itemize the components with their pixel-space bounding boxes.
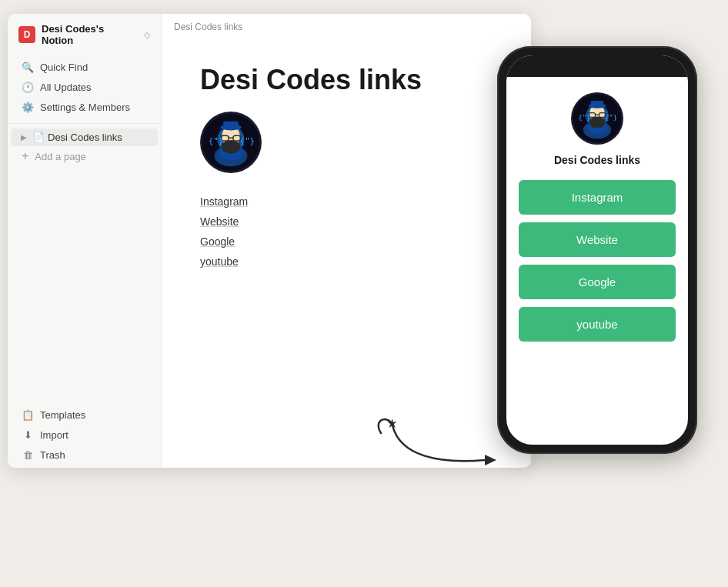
chevron-icon: ◇ [144, 30, 150, 40]
phone-btn-google[interactable]: Google [519, 265, 676, 299]
phone-content: {"} {"} Desi Codes links Instagram Websi… [506, 77, 688, 357]
clock-icon: 🕐 [22, 81, 34, 93]
svg-text:{"}: {"} [578, 114, 590, 122]
link-list: Instagram Website Google youtube [200, 192, 493, 272]
page-item-label: Desi Codes links [48, 132, 122, 143]
arrow-annotation [377, 410, 531, 487]
phone-screen: {"} {"} Desi Codes links Instagram Websi… [506, 55, 688, 445]
workspace-name: Desi Codes's Notion [42, 23, 138, 46]
phone-btn-instagram[interactable]: Instagram [519, 180, 676, 215]
link-item-youtube[interactable]: youtube [200, 252, 493, 272]
sidebar-item-label: Trash [40, 449, 65, 461]
expand-icon: ▶ [18, 132, 29, 143]
sidebar-nav: 🔍 Quick Find 🕐 All Updates ⚙️ Settings &… [8, 55, 161, 118]
sidebar-item-all-updates[interactable]: 🕐 All Updates [11, 77, 158, 97]
main-content: Desi Codes links Desi Codes links [162, 14, 531, 468]
page-icon: 📄 [32, 132, 45, 143]
templates-icon: 📋 [22, 409, 34, 421]
phone-page-title: Desi Codes links [554, 154, 640, 166]
link-item-google[interactable]: Google [200, 232, 493, 252]
sidebar-item-trash[interactable]: 🗑 Trash [11, 445, 158, 465]
import-icon: ⬇ [22, 429, 34, 441]
page-body: Desi Codes links [162, 40, 531, 468]
phone-btn-youtube[interactable]: youtube [519, 307, 676, 342]
sidebar-item-label: All Updates [40, 82, 91, 93]
svg-rect-25 [591, 101, 604, 107]
page-avatar: {"} {"} [200, 112, 262, 173]
phone-links: Instagram Website Google youtube [519, 180, 676, 342]
add-page-label: Add a page [35, 151, 86, 162]
svg-text:{"}: {"} [605, 114, 617, 122]
sidebar-item-quick-find[interactable]: 🔍 Quick Find [11, 57, 158, 77]
divider [8, 123, 161, 124]
phone-avatar: {"} {"} [571, 92, 623, 145]
workspace-header[interactable]: D Desi Codes's Notion ◇ [8, 14, 161, 55]
phone-notch [506, 55, 688, 77]
sidebar-item-label: Import [40, 429, 68, 441]
notch-cutout [566, 63, 628, 77]
svg-text:{"}: {"} [209, 136, 223, 146]
svg-point-18 [589, 117, 605, 128]
trash-icon: 🗑 [22, 449, 34, 461]
add-page-button[interactable]: + Add a page [11, 146, 158, 166]
workspace-icon: D [18, 26, 35, 43]
svg-text:{"}: {"} [240, 136, 255, 146]
svg-marker-26 [485, 455, 496, 465]
sidebar-item-label: Quick Find [40, 62, 88, 73]
sidebar-item-label: Templates [40, 409, 85, 421]
svg-point-5 [221, 140, 240, 154]
plus-icon: + [22, 149, 28, 163]
sidebar-bottom: 📋 Templates ⬇ Import 🗑 Trash [8, 402, 161, 468]
sidebar-item-templates[interactable]: 📋 Templates [11, 405, 158, 425]
link-item-instagram[interactable]: Instagram [200, 192, 493, 212]
link-item-website[interactable]: Website [200, 212, 493, 232]
phone-btn-website[interactable]: Website [519, 222, 676, 257]
gear-icon: ⚙️ [22, 101, 34, 113]
sidebar-page-item-desi-codes[interactable]: ▶ 📄 Desi Codes links [11, 128, 158, 146]
sidebar: D Desi Codes's Notion ◇ 🔍 Quick Find 🕐 A… [8, 14, 162, 468]
breadcrumb: Desi Codes links [162, 14, 531, 40]
page-title: Desi Codes links [200, 63, 493, 96]
sidebar-item-settings[interactable]: ⚙️ Settings & Members [11, 97, 158, 117]
phone-frame: {"} {"} Desi Codes links Instagram Websi… [497, 46, 697, 454]
svg-rect-12 [223, 122, 239, 129]
sidebar-item-label: Settings & Members [40, 102, 130, 113]
search-icon: 🔍 [22, 61, 34, 73]
sidebar-item-import[interactable]: ⬇ Import [11, 425, 158, 445]
notion-window: D Desi Codes's Notion ◇ 🔍 Quick Find 🕐 A… [8, 14, 531, 468]
